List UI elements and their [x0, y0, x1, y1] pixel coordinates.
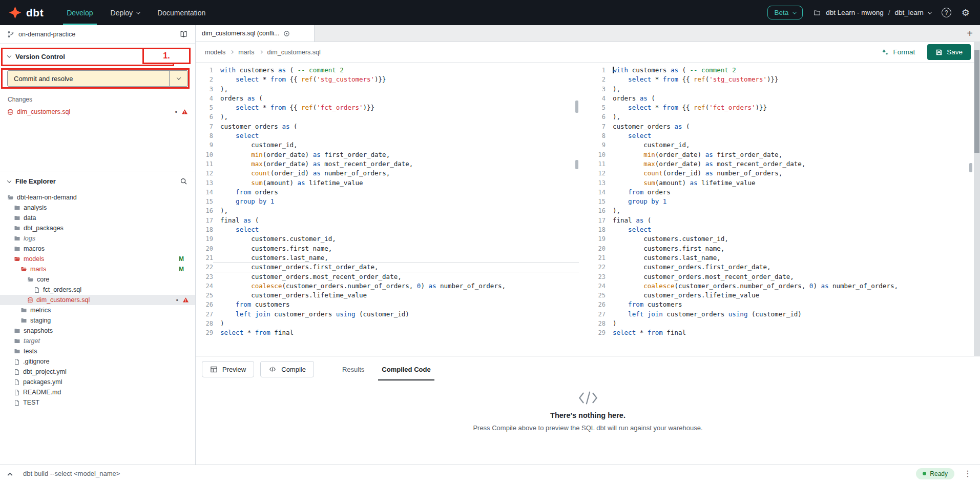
kebab-menu-icon[interactable]: ⋮: [964, 469, 972, 478]
code-line-13[interactable]: 13 sum(amount) as lifetime_value: [196, 178, 579, 188]
tree-item-dbt_project.yml[interactable]: dbt_project.yml: [0, 367, 195, 377]
tree-item-packages.yml[interactable]: packages.yml: [0, 377, 195, 387]
tree-item-target[interactable]: target: [0, 336, 195, 346]
breadcrumb-marts[interactable]: marts: [238, 49, 254, 56]
beta-dropdown[interactable]: Beta: [767, 6, 803, 19]
tree-item-data[interactable]: data: [0, 213, 195, 223]
code-line-29[interactable]: 29select * from final: [196, 328, 579, 337]
code-line-14[interactable]: 14 from orders: [588, 188, 980, 197]
code-line-5[interactable]: 5 select * from {{ ref('fct_orders')}}: [196, 103, 579, 112]
code-line-12[interactable]: 12 count(order_id) as number_of_orders,: [588, 169, 980, 178]
code-line-25[interactable]: 25 customer_orders.lifetime_value: [588, 291, 980, 300]
tree-item-macros[interactable]: macros: [0, 244, 195, 254]
code-line-2[interactable]: 2 select * from {{ ref('stg_customers')}…: [196, 75, 579, 84]
code-line-26[interactable]: 26 from customers: [196, 300, 579, 309]
code-line-4[interactable]: 4orders as (: [196, 94, 579, 103]
code-line-21[interactable]: 21 customers.last_name,: [588, 253, 980, 263]
code-line-17[interactable]: 17final as (: [588, 216, 980, 225]
breadcrumb-models[interactable]: models: [205, 49, 225, 56]
code-line-23[interactable]: 23 customer_orders.most_recent_order_dat…: [196, 272, 579, 282]
help-button[interactable]: ?: [942, 8, 951, 17]
new-tab-button[interactable]: +: [960, 28, 980, 38]
code-line-24[interactable]: 24 coalesce(customer_orders.number_of_or…: [196, 282, 579, 291]
code-line-3[interactable]: 3),: [196, 85, 579, 94]
code-line-16[interactable]: 16),: [196, 206, 579, 215]
code-line-10[interactable]: 10 min(order_date) as first_order_date,: [196, 150, 579, 159]
code-line-15[interactable]: 15 group by 1: [196, 197, 579, 206]
tree-item-core[interactable]: core: [0, 274, 195, 285]
tree-item-dim_customers.sql[interactable]: dim_customers.sql•: [0, 295, 195, 305]
tree-item-metrics[interactable]: metrics: [0, 305, 195, 315]
settings-gear-icon[interactable]: ⚙: [962, 8, 970, 17]
code-line-18[interactable]: 18 select: [588, 225, 980, 234]
code-line-21[interactable]: 21 customers.last_name,: [196, 253, 579, 263]
nav-deploy[interactable]: Deploy: [102, 0, 149, 25]
tree-item-marts[interactable]: martsM: [0, 264, 195, 274]
code-line-6[interactable]: 6),: [588, 112, 980, 122]
docs-book-button[interactable]: [179, 30, 188, 38]
tree-item-.gitignore[interactable]: .gitignore: [0, 356, 195, 367]
code-line-10[interactable]: 10 min(order_date) as first_order_date,: [588, 150, 980, 159]
code-line-22[interactable]: 22 customer_orders.first_order_date,: [196, 263, 579, 272]
code-line-8[interactable]: 8 select: [588, 131, 980, 140]
commit-options-caret[interactable]: [169, 71, 187, 86]
tab-results[interactable]: Results: [333, 356, 373, 382]
code-line-20[interactable]: 20 customers.first_name,: [588, 244, 980, 253]
scrollbar-thumb[interactable]: [974, 50, 979, 153]
save-button[interactable]: Save: [927, 44, 971, 60]
code-line-20[interactable]: 20 customers.first_name,: [196, 244, 579, 253]
code-line-9[interactable]: 9 customer_id,: [588, 140, 980, 150]
code-line-17[interactable]: 17final as (: [196, 216, 579, 225]
tab-status-icon[interactable]: [283, 30, 290, 37]
chevron-up-icon[interactable]: [8, 472, 13, 477]
code-line-5[interactable]: 5 select * from {{ ref('fct_orders')}}: [588, 103, 980, 112]
code-line-18[interactable]: 18 select: [196, 225, 579, 234]
code-line-22[interactable]: 22 customer_orders.first_order_date,: [588, 263, 980, 272]
code-line-26[interactable]: 26 from customers: [588, 300, 980, 309]
command-input[interactable]: dbt build --select <model_name>: [23, 470, 120, 477]
code-line-12[interactable]: 12 count(order_id) as number_of_orders,: [196, 169, 579, 178]
code-line-29[interactable]: 29select * from final: [588, 328, 980, 337]
tab-compiled-code[interactable]: Compiled Code: [373, 356, 439, 382]
code-line-1[interactable]: 1with customers as ( -- comment 2: [588, 66, 980, 75]
code-line-11[interactable]: 11 max(order_date) as most_recent_order_…: [196, 159, 579, 169]
tree-item-snapshots[interactable]: snapshots: [0, 326, 195, 336]
code-line-7[interactable]: 7customer_orders as (: [196, 122, 579, 131]
tree-item-staging[interactable]: staging: [0, 315, 195, 326]
code-line-9[interactable]: 9 customer_id,: [196, 140, 579, 150]
editor-tab-dim-customers[interactable]: dim_customers.sql (confli...: [196, 25, 315, 42]
file-search-button[interactable]: [180, 177, 187, 185]
code-line-4[interactable]: 4orders as (: [588, 94, 980, 103]
editor-scrollbar-left[interactable]: [575, 63, 579, 356]
tree-item-analysis[interactable]: analysis: [0, 203, 195, 213]
code-line-19[interactable]: 19 customers.customer_id,: [588, 234, 980, 244]
file-explorer-header[interactable]: File Explorer: [0, 171, 195, 191]
compile-button[interactable]: Compile: [260, 361, 314, 377]
code-line-28[interactable]: 28): [588, 319, 980, 328]
code-line-15[interactable]: 15 group by 1: [588, 197, 980, 206]
code-line-6[interactable]: 6),: [196, 112, 579, 122]
page-scrollbar[interactable]: [974, 42, 980, 356]
editor-scrollbar-right[interactable]: [969, 63, 973, 356]
dbt-home-link[interactable]: dbt: [0, 0, 52, 25]
code-line-16[interactable]: 16),: [588, 206, 980, 215]
preview-button[interactable]: Preview: [202, 361, 254, 377]
code-line-2[interactable]: 2 select * from {{ ref('stg_customers')}…: [588, 75, 980, 84]
editor-pane-right[interactable]: 1with customers as ( -- comment 22 selec…: [588, 63, 980, 356]
tree-item-dbt_packages[interactable]: dbt_packages: [0, 223, 195, 233]
tree-item-fct_orders.sql[interactable]: fct_orders.sql: [0, 285, 195, 295]
tree-item-TEST[interactable]: TEST: [0, 397, 195, 408]
code-line-23[interactable]: 23 customer_orders.most_recent_order_dat…: [588, 272, 980, 282]
changed-file-dim_customers.sql[interactable]: dim_customers.sql•: [0, 106, 195, 117]
code-line-27[interactable]: 27 left join customer_orders using (cust…: [196, 310, 579, 319]
account-project-switcher[interactable]: dbt Learn - mwong / dbt_learn: [813, 9, 931, 16]
nav-documentation[interactable]: Documentation: [149, 0, 214, 25]
editor-pane-left[interactable]: 1with customers as ( -- comment 22 selec…: [196, 63, 579, 356]
format-button[interactable]: Format: [881, 48, 915, 56]
code-line-24[interactable]: 24 coalesce(customer_orders.number_of_or…: [588, 282, 980, 291]
tree-item-logs[interactable]: logs: [0, 233, 195, 244]
pane-divider[interactable]: [579, 63, 588, 356]
code-line-7[interactable]: 7customer_orders as (: [588, 122, 980, 131]
nav-develop[interactable]: Develop: [58, 0, 101, 25]
tree-item-tests[interactable]: tests: [0, 346, 195, 356]
